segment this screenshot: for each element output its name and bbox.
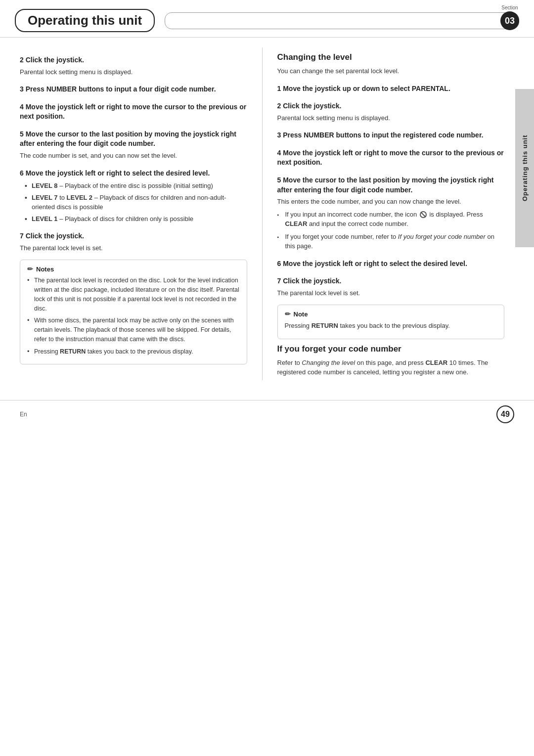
notes-title: ✏ Notes — [27, 265, 240, 273]
left-step7-heading: 7 Click the joystick. — [20, 231, 247, 241]
notes-box: ✏ Notes The parental lock level is recor… — [20, 260, 247, 364]
changing-level-heading: Changing the level — [277, 52, 505, 62]
page-footer: En 49 — [0, 400, 534, 428]
right-note-title: ✏ Note — [285, 310, 497, 318]
section-badge: Section 03 — [500, 5, 519, 30]
notes-title-text: Notes — [36, 266, 54, 273]
right-step2-body: Parental lock setting menu is displayed. — [277, 113, 505, 123]
right-step2-heading: 2 Click the joystick. — [277, 101, 505, 111]
right-step5-sub-notes: If you input an incorrect code number, t… — [277, 210, 505, 251]
right-step1-heading: 1 Move the joystick up or down to select… — [277, 84, 505, 94]
list-item: LEVEL 8 – Playback of the entire disc is… — [25, 181, 247, 191]
list-item: If you input an incorrect code number, t… — [277, 210, 505, 229]
notes-icon: ✏ — [27, 265, 33, 273]
list-item: With some discs, the parental lock may b… — [27, 316, 240, 344]
list-item: LEVEL 1 – Playback of discs for children… — [25, 214, 247, 224]
list-item: If you forget your code number, refer to… — [277, 232, 505, 251]
section-label: Section — [500, 5, 519, 10]
page-title: Operating this unit — [28, 13, 142, 28]
title-box: Operating this unit — [15, 9, 155, 32]
section-number: 03 — [500, 11, 519, 30]
forget-section-body: Refer to Changing the level on this page… — [277, 358, 505, 377]
left-step4-heading: 4 Move the joystick left or right to mov… — [20, 102, 247, 122]
left-step5-body: The code number is set, and you can now … — [20, 151, 247, 161]
sidebar-label: Operating this unit — [515, 89, 534, 247]
right-step4-heading: 4 Move the joystick left or right to mov… — [277, 148, 505, 168]
note-icon-right: ✏ — [285, 310, 291, 318]
right-step5-body: This enters the code number, and you can… — [277, 197, 505, 207]
right-step7-body: The parental lock level is set. — [277, 288, 505, 298]
right-step5-heading: 5 Move the cursor to the last position b… — [277, 176, 505, 195]
list-item: LEVEL 7 to LEVEL 2 – Playback of discs f… — [25, 193, 247, 212]
list-item: Pressing RETURN takes you back to the pr… — [27, 347, 240, 356]
right-column: Changing the level You can change the se… — [263, 47, 505, 380]
left-step2-heading: 2 Click the joystick. — [20, 55, 247, 65]
left-step6-heading: 6 Move the joystick left or right to sel… — [20, 169, 247, 178]
right-note-body: Pressing RETURN takes you back to the pr… — [285, 321, 497, 331]
left-step7-body: The parental lock level is set. — [20, 243, 247, 253]
changing-level-intro: You can change the set parental lock lev… — [277, 66, 505, 76]
left-step3-heading: 3 Press NUMBER buttons to input a four d… — [20, 85, 247, 94]
left-step5-heading: 5 Move the cursor to the last position b… — [20, 130, 247, 149]
forget-section-heading: If you forget your code number — [277, 344, 505, 354]
left-step2-body: Parental lock setting menu is displayed. — [20, 67, 247, 77]
right-step7-heading: 7 Click the joystick. — [277, 276, 505, 286]
footer-lang: En — [20, 411, 27, 418]
list-item: The parental lock level is recorded on t… — [27, 276, 240, 313]
right-step3-heading: 3 Press NUMBER buttons to input the regi… — [277, 131, 505, 140]
right-note-title-text: Note — [294, 311, 308, 318]
main-content: 2 Click the joystick. Parental lock sett… — [0, 38, 534, 390]
right-note-box: ✏ Note Pressing RETURN takes you back to… — [277, 305, 505, 339]
left-column: 2 Click the joystick. Parental lock sett… — [20, 47, 263, 380]
page-header: Operating this unit Section 03 — [0, 0, 534, 38]
prohibited-icon — [420, 211, 427, 218]
right-step6-heading: 6 Move the joystick left or right to sel… — [277, 259, 505, 269]
left-step2-heading-text: 2 Click the joystick. — [20, 56, 84, 64]
header-center-decoration — [165, 12, 519, 29]
left-step6-bullets: LEVEL 8 – Playback of the entire disc is… — [25, 181, 247, 223]
footer-page-number: 49 — [496, 405, 514, 423]
notes-list: The parental lock level is recorded on t… — [27, 276, 240, 356]
